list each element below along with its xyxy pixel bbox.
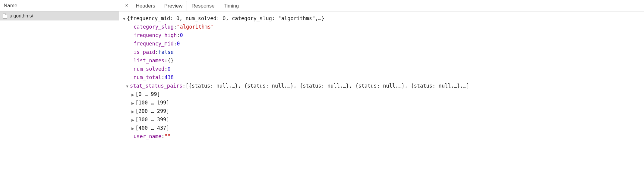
colon: : (182, 82, 185, 90)
colon: : (164, 65, 167, 73)
tree-prop[interactable]: ▶ user_name: "" (122, 132, 642, 141)
tab-label: Response (191, 3, 215, 9)
tree-array-range[interactable]: ▶ [300 … 399] (122, 116, 642, 124)
tab-response[interactable]: Response (187, 1, 219, 11)
tab-label: Preview (164, 3, 182, 9)
range-label: [0 … 99] (135, 90, 160, 98)
file-icon (3, 14, 7, 19)
tree-prop[interactable]: ▶ frequency_mid: 0 (122, 40, 642, 48)
prop-value: 0 (177, 40, 180, 48)
tabs-row: × Headers Preview Response Timing (119, 0, 644, 11)
range-label: [100 … 199] (135, 99, 169, 107)
tree-prop[interactable]: ▶ is_paid: false (122, 48, 642, 57)
request-list-panel: Name algorithms/ (0, 0, 119, 177)
caret-down-icon[interactable]: ▼ (125, 82, 130, 90)
caret-right-icon[interactable]: ▶ (130, 116, 135, 124)
prop-value: "" (164, 132, 170, 140)
caret-right-icon[interactable]: ▶ (130, 108, 135, 116)
prop-key: frequency_mid (134, 40, 174, 48)
caret-right-icon[interactable]: ▶ (130, 99, 135, 107)
colon: : (164, 57, 167, 64)
name-column-header: Name (0, 0, 119, 11)
caret-right-icon[interactable]: ▶ (130, 125, 135, 132)
request-item[interactable]: algorithms/ (0, 11, 119, 20)
tree-prop[interactable]: ▶ num_solved: 0 (122, 65, 642, 73)
tree-prop[interactable]: ▶ category_slug: "algorithms" (122, 23, 642, 31)
tree-root[interactable]: ▼ {frequency_mid: 0, num_solved: 0, cate… (122, 14, 642, 23)
colon: : (174, 40, 177, 48)
close-icon[interactable]: × (122, 2, 131, 9)
prop-value: {} (168, 57, 174, 64)
prop-key: user_name (134, 132, 161, 140)
tree-array-prop[interactable]: ▼ stat_status_pairs: [{status: null,…}, … (122, 82, 642, 90)
prop-key: num_total (134, 73, 161, 81)
prop-value: 438 (164, 73, 174, 81)
prop-value: 0 (168, 65, 171, 73)
details-panel: × Headers Preview Response Timing ▼ {fre… (119, 0, 644, 177)
request-list: algorithms/ (0, 11, 119, 177)
tab-timing[interactable]: Timing (219, 1, 243, 11)
prop-key: num_solved (134, 65, 164, 73)
tree-root-summary: {frequency_mid: 0, num_solved: 0, catego… (127, 14, 324, 22)
json-preview-tree: ▼ {frequency_mid: 0, num_solved: 0, cate… (119, 11, 644, 177)
prop-key: stat_status_pairs (130, 82, 182, 90)
array-summary: [{status: null,…}, {status: null,…}, {st… (185, 82, 469, 90)
range-label: [200 … 299] (135, 107, 169, 115)
colon: : (174, 23, 177, 31)
tree-array-range[interactable]: ▶ [100 … 199] (122, 99, 642, 107)
prop-key: frequency_high (134, 31, 177, 39)
tab-headers[interactable]: Headers (131, 1, 160, 11)
name-column-header-text: Name (4, 3, 17, 9)
prop-value: 0 (180, 31, 183, 39)
prop-key: is_paid (134, 48, 155, 56)
tree-prop[interactable]: ▶ num_total: 438 (122, 73, 642, 82)
range-label: [400 … 437] (135, 124, 169, 132)
tree-array-range[interactable]: ▶ [200 … 299] (122, 107, 642, 116)
prop-value: "algorithms" (177, 23, 214, 31)
caret-right-icon[interactable]: ▶ (130, 91, 135, 99)
colon: : (161, 73, 164, 81)
colon: : (161, 132, 164, 140)
colon: : (155, 48, 158, 56)
tree-array-range[interactable]: ▶ [400 … 437] (122, 124, 642, 132)
tree-prop[interactable]: ▶ frequency_high: 0 (122, 31, 642, 40)
prop-value: false (158, 48, 174, 56)
tab-label: Timing (224, 3, 239, 9)
tree-array-range[interactable]: ▶ [0 … 99] (122, 90, 642, 99)
tab-preview[interactable]: Preview (160, 1, 187, 11)
prop-key: list_names (134, 57, 164, 64)
request-item-label: algorithms/ (10, 13, 33, 19)
tab-label: Headers (136, 3, 155, 9)
colon: : (177, 31, 180, 39)
range-label: [300 … 399] (135, 116, 169, 123)
caret-down-icon[interactable]: ▼ (122, 15, 127, 23)
tree-prop[interactable]: ▶ list_names: {} (122, 57, 642, 65)
prop-key: category_slug (134, 23, 174, 31)
